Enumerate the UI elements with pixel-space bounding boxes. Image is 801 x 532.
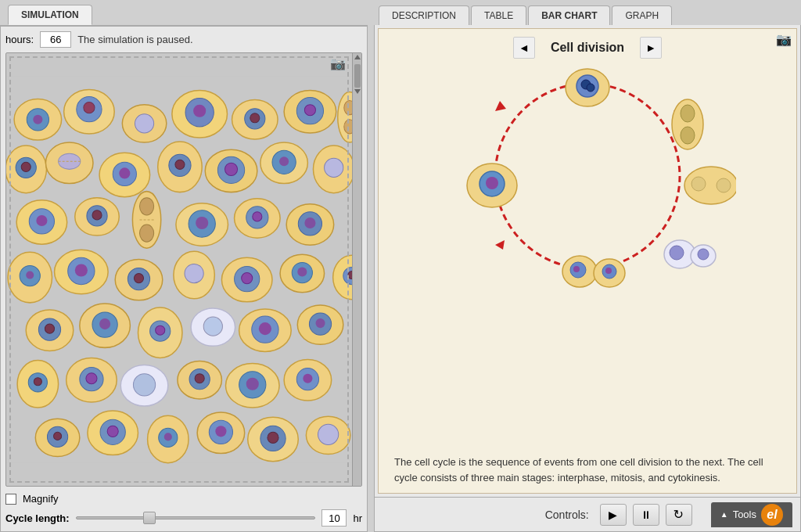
scroll-down-arrow[interactable] <box>354 89 361 94</box>
simulation-viewport: 📷 <box>5 52 362 487</box>
svg-point-116 <box>54 432 62 440</box>
description-text: The cell cycle is the sequence of events… <box>394 455 781 485</box>
tools-el-icon: el <box>761 504 783 526</box>
svg-point-145 <box>691 177 706 191</box>
svg-point-130 <box>318 424 339 444</box>
tab-graph[interactable]: GRAPH <box>612 5 672 25</box>
main-content: hours: 66 The simulation is paused. <box>0 25 801 532</box>
scroll-thumb[interactable] <box>354 64 361 88</box>
svg-point-113 <box>303 374 312 383</box>
svg-point-23 <box>21 162 31 171</box>
cycle-slider-container <box>76 511 316 525</box>
svg-point-65 <box>75 264 88 276</box>
cycle-row: Cycle length: 10 hr <box>5 509 362 527</box>
diagram-title: Cell division <box>551 41 624 55</box>
tab-table[interactable]: TABLE <box>471 5 526 25</box>
svg-point-11 <box>193 105 206 117</box>
left-tab-area: SIMULATION <box>0 0 368 25</box>
right-tab-area: DESCRIPTION TABLE BAR CHART GRAPH <box>371 0 801 25</box>
next-nav-button[interactable]: ► <box>640 37 662 59</box>
svg-point-122 <box>164 433 172 440</box>
svg-point-156 <box>605 268 612 274</box>
svg-point-40 <box>325 158 343 177</box>
top-tabs: SIMULATION DESCRIPTION TABLE BAR CHART G… <box>0 0 801 25</box>
svg-point-142 <box>681 105 695 122</box>
svg-point-148 <box>670 246 684 260</box>
svg-point-73 <box>242 273 253 284</box>
svg-point-159 <box>486 177 498 189</box>
svg-point-107 <box>195 374 204 383</box>
svg-point-150 <box>698 249 709 260</box>
svg-point-104 <box>133 374 155 396</box>
svg-point-146 <box>717 178 731 192</box>
bottom-controls: Magnify Cycle length: 10 hr <box>5 493 362 527</box>
tab-simulation[interactable]: SIMULATION <box>8 5 92 25</box>
reset-icon: ↺ <box>673 507 684 522</box>
svg-marker-135 <box>495 101 506 111</box>
hours-label: hours: <box>5 34 34 45</box>
scroll-indicator[interactable] <box>352 53 361 486</box>
svg-point-110 <box>246 378 259 390</box>
svg-point-49 <box>140 225 154 242</box>
tools-label: Tools <box>733 509 756 520</box>
simulation-panel: hours: 66 The simulation is paused. <box>0 25 368 532</box>
svg-point-76 <box>297 267 307 276</box>
hr-label: hr <box>353 512 362 524</box>
svg-point-6 <box>84 102 95 113</box>
cell-cycle-diagram <box>439 60 736 342</box>
hours-input[interactable]: 66 <box>40 31 71 48</box>
svg-marker-134 <box>495 240 505 250</box>
svg-point-96 <box>315 318 325 328</box>
description-panel: ◄ Cell division ► 📷 <box>374 25 801 532</box>
cycle-slider-thumb[interactable] <box>143 512 156 524</box>
triangle-icon: ▲ <box>720 510 728 519</box>
svg-point-29 <box>119 167 130 178</box>
svg-point-153 <box>573 266 580 272</box>
camera-icon-left[interactable]: 📷 <box>330 56 347 70</box>
svg-point-53 <box>196 217 208 229</box>
svg-point-102 <box>86 373 97 384</box>
svg-point-48 <box>140 198 154 215</box>
svg-point-140 <box>587 84 594 92</box>
svg-point-46 <box>92 210 102 220</box>
bottom-bar: Controls: ▶ ⏸ ↺ ▲ Tools el <box>375 497 800 531</box>
svg-point-3 <box>33 115 42 124</box>
svg-point-17 <box>304 105 315 116</box>
pause-button[interactable]: ⏸ <box>633 504 659 526</box>
svg-point-143 <box>681 127 695 144</box>
svg-point-56 <box>253 212 262 221</box>
pause-icon: ⏸ <box>641 509 652 521</box>
svg-point-125 <box>215 426 226 437</box>
tab-bar-chart[interactable]: BAR CHART <box>528 5 610 25</box>
svg-point-82 <box>45 324 54 333</box>
nav-area: ◄ Cell division ► <box>379 29 796 66</box>
tab-description[interactable]: DESCRIPTION <box>379 5 469 25</box>
svg-point-119 <box>107 426 118 437</box>
cycle-value-box: 10 <box>321 509 347 527</box>
main-divider <box>368 25 371 532</box>
magnify-checkbox[interactable] <box>5 494 16 505</box>
svg-point-35 <box>224 163 237 175</box>
svg-point-68 <box>134 274 143 283</box>
svg-point-70 <box>185 264 203 282</box>
reset-button[interactable]: ↺ <box>666 504 692 526</box>
play-button[interactable]: ▶ <box>600 504 627 526</box>
svg-point-8 <box>135 114 153 133</box>
svg-point-85 <box>99 318 110 329</box>
simulation-header: hours: 66 The simulation is paused. <box>5 31 362 48</box>
magnify-label: Magnify <box>23 493 59 505</box>
svg-point-131 <box>495 84 680 268</box>
play-icon: ▶ <box>609 509 617 521</box>
pause-status: The simulation is paused. <box>77 34 192 45</box>
cycle-slider-track <box>76 516 316 519</box>
description-area: ◄ Cell division ► 📷 <box>378 28 797 494</box>
svg-point-38 <box>279 156 289 166</box>
svg-point-93 <box>259 322 271 335</box>
prev-nav-button[interactable]: ◄ <box>513 37 535 59</box>
svg-point-99 <box>34 378 41 386</box>
svg-point-14 <box>250 113 260 123</box>
cycle-length-label: Cycle length: <box>5 512 70 524</box>
svg-point-90 <box>203 317 222 336</box>
scroll-up-arrow[interactable] <box>354 55 361 59</box>
tools-button[interactable]: ▲ Tools el <box>711 502 792 527</box>
